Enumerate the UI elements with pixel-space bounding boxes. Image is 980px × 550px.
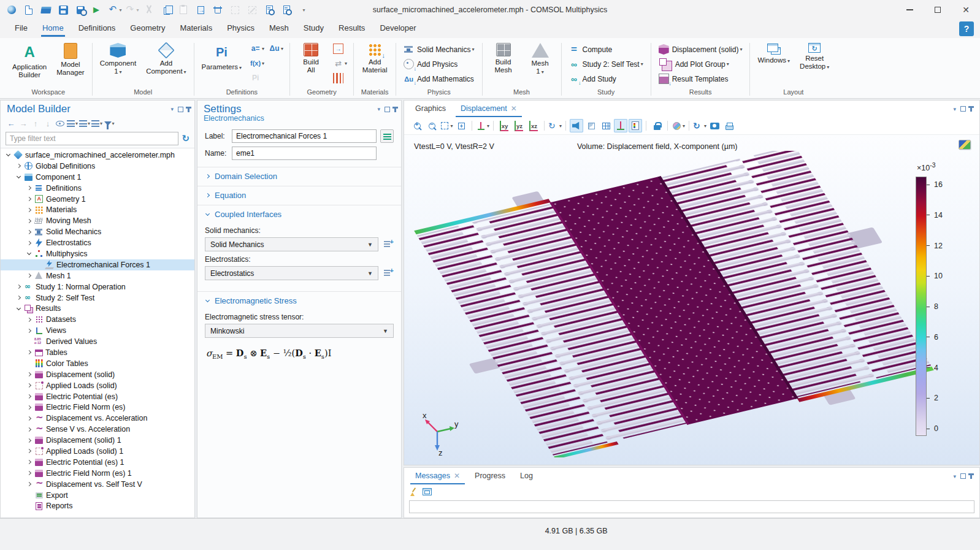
search-window-button[interactable]	[278, 2, 294, 18]
chevron-right-icon[interactable]	[16, 163, 21, 169]
comsol-logo-button[interactable]	[4, 2, 20, 18]
chevron-right-icon[interactable]	[26, 416, 32, 421]
panel-menu-icon[interactable]: ▾	[377, 106, 380, 112]
tree-item-electric-potential-es-1[interactable]: Electric Potential (es) 1	[1, 457, 194, 468]
copy-button[interactable]	[158, 2, 174, 18]
pin-icon[interactable]	[970, 473, 972, 479]
duplicate-button[interactable]	[193, 2, 209, 18]
new-file-button[interactable]	[21, 2, 37, 18]
zoom-box-button[interactable]: ▾	[440, 119, 453, 132]
displacement-solid-button[interactable]: Displacement (solid)▾	[655, 42, 746, 56]
cut-button[interactable]	[141, 2, 157, 18]
reset-desktop-button[interactable]: ResetDesktop▾	[796, 41, 833, 73]
mesh-1-button[interactable]: Mesh1▾	[523, 41, 557, 78]
zoom-extents-button[interactable]	[454, 119, 468, 132]
default-view-button[interactable]: ▾	[476, 119, 489, 132]
chevron-down-icon[interactable]	[26, 251, 32, 256]
menu-tab-file[interactable]: File	[7, 20, 35, 38]
select-box-button[interactable]	[227, 2, 243, 18]
clear-messages-icon[interactable]	[409, 487, 419, 497]
chevron-right-icon[interactable]	[26, 481, 32, 487]
image-snapshot-button[interactable]	[708, 119, 721, 132]
float-icon[interactable]	[960, 473, 966, 479]
tree-item-views[interactable]: Views	[1, 325, 194, 336]
menu-tab-mesh[interactable]: Mesh	[262, 20, 296, 38]
tree-item-displacement-solid[interactable]: Displacement (solid)	[1, 369, 194, 380]
fence-button[interactable]	[331, 71, 350, 85]
save-as-button[interactable]	[72, 2, 88, 18]
chevron-right-icon[interactable]	[26, 229, 32, 235]
node-text-button[interactable]: ▾	[91, 117, 102, 129]
chevron-right-icon[interactable]	[26, 383, 32, 388]
previous-node-button[interactable]: ←	[6, 117, 17, 129]
parameters-button[interactable]: Parameters▾	[198, 41, 245, 74]
component-1-button[interactable]: Component1▾	[96, 41, 140, 78]
maximize-button[interactable]	[924, 0, 952, 20]
tree-item-component-1[interactable]: Component 1	[1, 172, 194, 183]
add-material-button[interactable]: AddMaterial	[358, 41, 392, 76]
add-plot-group-button[interactable]: Add Plot Group▾	[655, 57, 746, 71]
show-button[interactable]	[55, 117, 66, 129]
messages-tab-log[interactable]: Log	[513, 468, 540, 484]
expand-all-button[interactable]: ▾	[79, 117, 90, 129]
pin-icon[interactable]	[970, 106, 972, 112]
menu-tab-home[interactable]: Home	[35, 20, 71, 38]
help-button[interactable]: ?	[959, 21, 974, 36]
show-axes-button[interactable]	[614, 119, 627, 132]
float-icon[interactable]	[178, 107, 183, 112]
menu-tab-materials[interactable]: Materials	[172, 20, 220, 38]
customize-toolbar-button[interactable]: ▾	[296, 2, 312, 18]
transparency-button[interactable]	[584, 119, 598, 132]
tree-item-solid-mechanics[interactable]: Solid Mechanics	[1, 226, 194, 237]
build-all-button[interactable]: BuildAll	[294, 41, 328, 76]
chevron-right-icon[interactable]	[26, 394, 32, 399]
chevron-right-icon[interactable]	[16, 295, 21, 300]
panel-menu-icon[interactable]: ▾	[953, 106, 956, 112]
add-physics-button[interactable]: Add Physics	[400, 57, 478, 71]
chevron-down-icon[interactable]	[16, 306, 21, 311]
move-down-button[interactable]: ↓	[42, 117, 53, 129]
chevron-right-icon[interactable]	[26, 196, 32, 202]
import-button[interactable]	[331, 41, 350, 56]
filter-input[interactable]	[6, 132, 178, 145]
find-button[interactable]	[261, 2, 277, 18]
tree-item-derived-values[interactable]: Derived Values	[1, 336, 194, 347]
application-builder-button[interactable]: ApplicationBuilder	[9, 41, 50, 81]
windows-button[interactable]: Windows▾	[754, 41, 794, 67]
tree-item-global-definitions[interactable]: Global Definitions	[1, 161, 194, 172]
build-mesh-button[interactable]: BuildMesh	[486, 41, 521, 76]
close-button[interactable]: ✕	[952, 0, 980, 20]
study-2-self-test-button[interactable]: Study 2: Self Test▾	[565, 57, 647, 71]
chevron-right-icon[interactable]	[16, 284, 21, 289]
show-legend-button[interactable]	[629, 119, 642, 132]
open-button[interactable]	[38, 2, 54, 18]
result-templates-button[interactable]: Result Templates	[655, 72, 746, 86]
add-interface-icon[interactable]	[383, 268, 394, 279]
paste-button[interactable]	[175, 2, 191, 18]
chevron-right-icon[interactable]	[26, 372, 32, 377]
tree-item-tables[interactable]: Tables	[1, 347, 194, 358]
rotate-view-button[interactable]: ▾	[548, 119, 562, 132]
view-xy-button[interactable]: xy	[497, 119, 511, 132]
zoom-in-button[interactable]	[410, 119, 424, 132]
solid-mechanics-button[interactable]: Solid Mechanics▾	[400, 42, 478, 56]
chevron-right-icon[interactable]	[26, 240, 32, 246]
section-domain-selection[interactable]: Domain Selection	[197, 167, 401, 181]
rename-button[interactable]	[380, 129, 394, 143]
chevron-right-icon[interactable]	[26, 470, 32, 476]
tree-item-reports[interactable]: Reports	[1, 501, 194, 512]
view-xz-button[interactable]: xz	[527, 119, 540, 132]
delta-u-button[interactable]: ▾	[267, 41, 286, 56]
tree-item-electromechanical-forces-1[interactable]: Electromechanical Forces 1	[1, 259, 194, 270]
add-mathematics-button[interactable]: Add Mathematics	[400, 72, 478, 86]
messages-tab-messages[interactable]: Messages✕	[408, 468, 467, 484]
minimize-button[interactable]	[895, 0, 924, 20]
tree-item-displacement-vs-self-test-v[interactable]: Displacement vs. Self Test V	[1, 479, 194, 490]
show-grid-button[interactable]	[599, 119, 613, 132]
chevron-down-icon[interactable]	[16, 174, 21, 180]
pin-icon[interactable]	[394, 107, 396, 112]
model-manager-button[interactable]: ModelManager	[53, 41, 88, 78]
print-button[interactable]	[722, 119, 736, 132]
chevron-right-icon[interactable]	[26, 218, 32, 224]
graphics-tab-displacement[interactable]: Displacement✕	[453, 101, 524, 117]
